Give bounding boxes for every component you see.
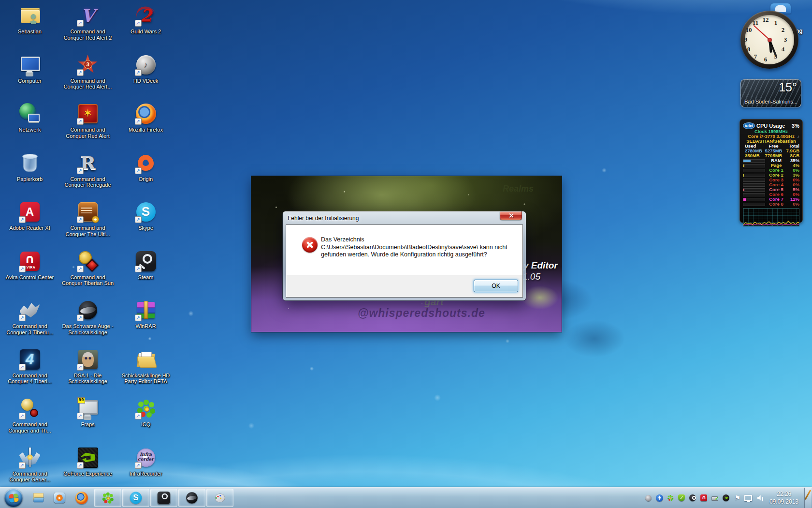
shortcut-arrow-overlay <box>77 314 84 321</box>
desktop-icon-label: Fraps <box>81 421 94 428</box>
desktop-icon-hd-vdeck[interactable]: HD VDeck <box>117 53 174 103</box>
palette-icon <box>213 491 227 505</box>
desktop-icon-papierkorb[interactable]: Papierkorb <box>1 151 58 201</box>
desktop-icon-label: DSA 1 - Die Schicksalsklinge <box>60 373 116 385</box>
shortcut-arrow-overlay <box>19 364 26 371</box>
desktop-icon-skype[interactable]: Skype <box>117 200 174 250</box>
desktop-icon-label: ICQ <box>141 421 151 428</box>
plus-badge-icon: + <box>92 216 99 223</box>
intel-logo: intel <box>743 122 755 129</box>
tray-update-check-icon[interactable] <box>678 494 686 502</box>
taskbar-party-editor-button[interactable] <box>206 489 233 507</box>
tray-avira-icon[interactable] <box>700 494 708 502</box>
editor-watermark-top: Realms <box>503 184 534 194</box>
close-button[interactable] <box>500 211 522 220</box>
action-center-flag-icon[interactable] <box>733 494 741 502</box>
steam-logo-icon <box>157 491 171 505</box>
network-icon[interactable] <box>744 494 753 502</box>
cpu-user: SEBASTIAN\Sebastian <box>743 139 799 144</box>
desktop-icon-cnc3[interactable]: Command and Conquer 3 Tiberiu... <box>1 299 58 348</box>
desktop-icon-fraps[interactable]: 99 Fraps <box>59 397 116 446</box>
desktop-icon-label: Command and Conquer Red Alert <box>60 127 116 139</box>
desktop-icon-cnc-red-alert[interactable]: Command and Conquer Red Alert <box>59 102 116 151</box>
windows-logo-icon <box>9 493 19 503</box>
shortcut-arrow-overlay <box>19 266 26 272</box>
desktop-icon-cnc-tiberian-sun[interactable]: Command and Conquer Tiberian Sun <box>59 250 116 299</box>
clock-gadget[interactable]: 12 1 2 3 4 5 6 7 8 9 10 11 <box>740 11 798 69</box>
system-tray: 22:26 09.09.2013 <box>644 488 812 508</box>
desktop-icon-cnc-ultimate[interactable]: + Command and Conquer The Ulti... <box>59 200 116 250</box>
user-folder-icon <box>18 4 42 27</box>
shortcut-arrow-overlay <box>77 364 84 371</box>
desktop-icon-adobe-reader[interactable]: Adobe Reader XI <box>1 200 58 250</box>
shortcut-arrow-overlay <box>77 216 84 223</box>
desktop-icon-cnc-renegade[interactable]: Command and Conquer Renegade <box>59 151 116 201</box>
shortcut-arrow-overlay <box>135 314 142 321</box>
desktop-icon-label: Command and Conquer Red Alert 2 <box>60 29 116 41</box>
desktop-icon-label: InfraRecorder <box>130 471 162 477</box>
shortcut-arrow-overlay <box>77 69 84 76</box>
dialog-message: Das Verzeichnis C:\Users\Sebastian\Docum… <box>321 236 514 259</box>
desktop-icon-label: Command and Conquer Gener... <box>2 471 58 483</box>
desktop-icon-label: Command and Conquer 3 Tiberiu... <box>2 323 58 336</box>
desktop-icon-winrar[interactable]: WinRAR <box>117 299 174 348</box>
shortcut-arrow-overlay <box>135 167 142 174</box>
cpu-history-graph <box>743 208 799 226</box>
volume-icon[interactable] <box>755 494 764 502</box>
desktop-icon-cnc-red-alert-3[interactable]: Command and Conquer Red Alert... <box>59 53 116 103</box>
skype-icon <box>129 491 143 505</box>
tray-steam-icon[interactable] <box>689 494 697 502</box>
taskbar-schwarze-auge-button[interactable] <box>178 489 205 507</box>
icq-flower-icon <box>101 491 115 505</box>
tray-recorder-disc-icon[interactable] <box>644 494 652 502</box>
taskbar-time: 22:26 <box>769 490 798 498</box>
weather-gadget[interactable]: 15° Bad Soden-Salmüns... <box>740 79 801 107</box>
network-globe-icon <box>18 102 42 125</box>
firefox-logo-icon <box>75 491 88 505</box>
desktop-icon-cnc-red-alert-2[interactable]: Command and Conquer Red Alert 2 <box>59 4 116 53</box>
desktop-icon-schicksalsklinge-folder[interactable]: Schicksalsklinge HD Party Editor BETA <box>117 348 174 397</box>
taskbar-icq-button[interactable] <box>94 489 121 507</box>
shortcut-arrow-overlay <box>19 216 26 223</box>
shortcut-arrow-overlay <box>77 20 84 27</box>
taskbar-firefox-button[interactable] <box>72 488 91 508</box>
error-icon <box>302 237 318 253</box>
shortcut-arrow-overlay <box>77 266 84 272</box>
shortcut-arrow-overlay <box>135 266 142 272</box>
desktop-icon-avira[interactable]: AVIRA Avira Control Center <box>1 250 58 299</box>
desktop-icon-grid: Sebastian Command and Conquer Red Alert … <box>1 4 174 495</box>
desktop-icon-dsa1[interactable]: DSA 1 - Die Schicksalsklinge <box>59 348 116 397</box>
desktop-icon-label: Schicksalsklinge HD Party Editor BETA <box>118 373 174 385</box>
desktop-icon-origin[interactable]: Origin <box>117 151 174 201</box>
cpu-gadget-title: CPU Usage <box>756 123 790 129</box>
desktop-icon-schwarze-auge[interactable]: Das Schwarze Auge - Schicksalsklinge <box>59 299 116 348</box>
desktop-icon-netzwerk[interactable]: Netzwerk <box>1 102 58 151</box>
dialog-titlebar[interactable]: Fehler bei der Initialisierung <box>283 211 526 224</box>
desktop-icon-label: Steam <box>138 274 154 281</box>
desktop-icon-label: Adobe Reader XI <box>9 225 50 231</box>
desktop-icon-cnc-and-th[interactable]: Command and Conquer and Th... <box>1 397 58 446</box>
taskbar-clock[interactable]: 22:26 09.09.2013 <box>767 490 801 506</box>
tray-icq-icon[interactable] <box>667 494 675 502</box>
shortcut-arrow-overlay <box>19 462 26 469</box>
taskbar-explorer-button[interactable] <box>28 488 47 508</box>
desktop-icon-label: Origin <box>139 176 153 182</box>
desktop-icon-cnc4[interactable]: Command and Conquer 4 Tiberi... <box>1 348 58 397</box>
taskbar-skype-button[interactable] <box>122 489 149 507</box>
start-button[interactable] <box>4 489 23 507</box>
desktop-icon-sebastian[interactable]: Sebastian <box>1 4 58 53</box>
cpu-usage-gadget[interactable]: intel CPU Usage 3% Clock 1598MHz Core i7… <box>740 119 803 223</box>
desktop-icon-icq[interactable]: ICQ <box>117 397 174 446</box>
taskbar-steam-button[interactable] <box>150 489 177 507</box>
ok-button[interactable]: OK <box>474 280 518 292</box>
desktop-icon-computer[interactable]: Computer <box>1 53 58 103</box>
tray-power-bolt-icon[interactable] <box>655 494 664 502</box>
taskbar-media-player-button[interactable] <box>50 488 69 508</box>
desktop-icon-label: Mozilla Firefox <box>129 127 163 133</box>
tray-printer-icon[interactable] <box>711 494 719 502</box>
desktop-icon-firefox[interactable]: Mozilla Firefox <box>117 102 174 151</box>
media-player-icon <box>54 491 66 505</box>
tray-geforce-icon[interactable] <box>722 494 730 502</box>
desktop-icon-guild-wars-2[interactable]: Guild Wars 2 <box>117 4 174 53</box>
desktop-icon-steam[interactable]: Steam <box>117 250 174 299</box>
